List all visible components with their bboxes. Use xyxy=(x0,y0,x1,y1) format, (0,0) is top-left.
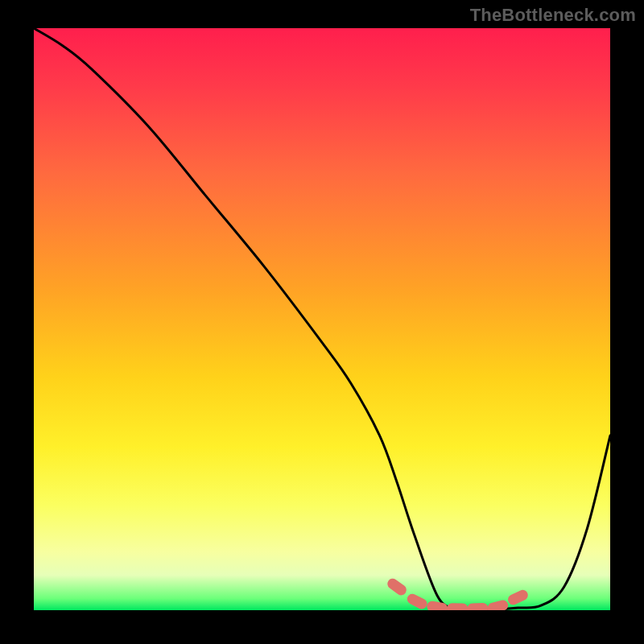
minimum-markers xyxy=(386,576,530,610)
site-watermark: TheBottleneck.com xyxy=(470,5,636,26)
marker-pill xyxy=(447,603,468,610)
marker-pill xyxy=(506,588,530,607)
curve-layer xyxy=(34,28,610,610)
marker-pill xyxy=(406,592,429,610)
marker-pill xyxy=(426,601,448,610)
bottleneck-curve xyxy=(34,28,610,610)
chart-frame: TheBottleneck.com xyxy=(0,0,644,644)
plot-area xyxy=(34,28,610,610)
marker-pill xyxy=(486,599,510,610)
marker-pill xyxy=(467,603,489,610)
marker-pill xyxy=(386,576,409,597)
